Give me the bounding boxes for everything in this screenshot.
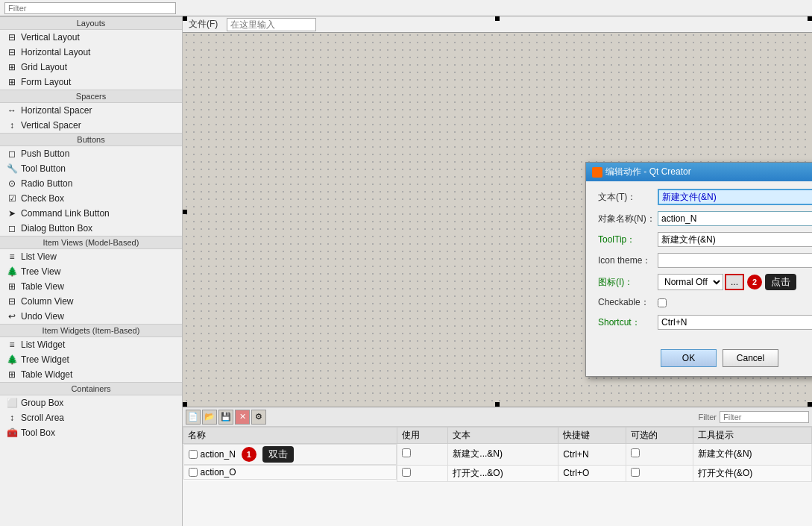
modal-body: 文本(T)： 对象名称(N)：: [586, 181, 812, 343]
sidebar-item-table-view[interactable]: ⊞ Table View: [0, 279, 182, 294]
bottom-table-container: 名称 使用 文本 快捷键 可选的 工具提示: [183, 427, 812, 526]
handle-br: [808, 402, 812, 407]
modal-titlebar: 编辑动作 - Qt Creator ✕: [586, 163, 812, 181]
sidebar-item-tree-view[interactable]: 🌲 Tree View: [0, 264, 182, 279]
row1-checkbox[interactable]: [189, 468, 198, 477]
annotation-label-1: 双击: [262, 446, 294, 463]
horizontal-spacer-icon: ↔: [6, 104, 18, 116]
cell-checkable-0: [626, 444, 693, 466]
table-widget-icon: ⊞: [6, 369, 18, 381]
handle-tr: [808, 16, 812, 21]
row1-checkable-checkbox[interactable]: [631, 468, 640, 477]
sidebar-item-form-layout[interactable]: ⊞ Form Layout: [0, 75, 182, 90]
form-layout-icon: ⊞: [6, 76, 18, 88]
filter-input[interactable]: [4, 2, 176, 14]
sidebar-item-push-button[interactable]: ◻ Push Button: [0, 146, 182, 161]
save-button[interactable]: 💾: [218, 410, 233, 425]
main-area: Layouts ⊟ Vertical Layout ⊟ Horizontal L…: [0, 16, 812, 526]
row0-checkbox[interactable]: [189, 450, 198, 459]
sidebar-item-vertical-spacer[interactable]: ↕ Vertical Spacer: [0, 118, 182, 133]
tool-box-icon: 🧰: [6, 427, 18, 439]
col-checkable: 可选的: [626, 428, 693, 444]
cell-text-1: 打开文...&O): [448, 465, 558, 481]
table-row[interactable]: action_O 打开文...&O) Ctrl+O 打开文件(&O): [183, 465, 812, 481]
icon-theme-row: Icon theme： ▶: [598, 253, 812, 268]
sidebar-item-vertical-layout[interactable]: ⊟ Vertical Layout: [0, 30, 182, 45]
row0-checkable-checkbox[interactable]: [631, 448, 640, 457]
section-buttons: Buttons: [0, 133, 182, 146]
sidebar-item-horizontal-spacer[interactable]: ↔ Horizontal Spacer: [0, 103, 182, 118]
icon-label: 图标(I)：: [598, 276, 658, 289]
sidebar-item-tool-button[interactable]: 🔧 Tool Button: [0, 161, 182, 176]
table-row[interactable]: action_N 1 双击 新建文...&N) Ctrl+N 新建文件(&N): [183, 444, 812, 466]
tooltip-input[interactable]: [658, 232, 812, 247]
icon-theme-label: Icon theme：: [598, 254, 658, 267]
qt-icon: [592, 167, 602, 178]
cell-use-0: [397, 444, 448, 466]
sidebar-item-list-widget[interactable]: ≡ List Widget: [0, 337, 182, 352]
open-button[interactable]: 📂: [202, 410, 217, 425]
sidebar-item-dialog-button-box[interactable]: ◻ Dialog Button Box: [0, 221, 182, 236]
handle-tl: [183, 16, 187, 21]
annotation-label-2: 点击: [765, 274, 796, 290]
delete-button[interactable]: ✕: [235, 410, 250, 425]
section-containers: Containers: [0, 382, 182, 395]
undo-view-icon: ↩: [6, 310, 18, 322]
sidebar-item-tree-widget[interactable]: 🌲 Tree Widget: [0, 352, 182, 367]
actions-table: 名称 使用 文本 快捷键 可选的 工具提示: [183, 427, 812, 482]
name-input[interactable]: [658, 211, 812, 226]
checkable-label: Checkable：: [598, 296, 658, 309]
ok-button[interactable]: OK: [661, 349, 717, 367]
dialog-button-icon: ◻: [6, 222, 18, 234]
sidebar-item-tool-box[interactable]: 🧰 Tool Box: [0, 425, 182, 440]
row1-use-checkbox[interactable]: [402, 468, 411, 477]
bottom-panel: 📄 📂 💾 ✕ ⚙ Filter 名称: [183, 407, 812, 526]
cell-checkable-1: [626, 465, 693, 481]
design-canvas: 文件(F) 编辑动作: [183, 16, 812, 407]
list-view-icon: ≡: [6, 251, 18, 263]
icon-ellipsis-button[interactable]: ...: [725, 274, 744, 290]
menu-file[interactable]: 文件(F): [183, 16, 224, 32]
cell-tooltip-1: 打开文件(&O): [693, 465, 811, 481]
cancel-button[interactable]: Cancel: [723, 349, 778, 367]
group-box-icon: ⬜: [6, 397, 18, 409]
sidebar-item-radio-button[interactable]: ⊙ Radio Button: [0, 176, 182, 191]
col-name: 名称: [183, 428, 397, 444]
vertical-layout-icon: ⊟: [6, 31, 18, 43]
cell-name-1: action_O: [183, 465, 397, 480]
text-label: 文本(T)：: [598, 191, 658, 204]
icon-theme-input[interactable]: [658, 253, 812, 268]
row0-use-checkbox[interactable]: [402, 448, 411, 457]
section-layouts: Layouts: [0, 16, 182, 30]
sidebar-item-table-widget[interactable]: ⊞ Table Widget: [0, 367, 182, 382]
tree-widget-icon: 🌲: [6, 354, 18, 366]
bottom-filter-input[interactable]: [720, 411, 809, 423]
sidebar-item-undo-view[interactable]: ↩ Undo View: [0, 309, 182, 324]
sidebar-item-check-box[interactable]: ☑ Check Box: [0, 191, 182, 206]
sidebar-item-scroll-area[interactable]: ↕ Scroll Area: [0, 410, 182, 425]
text-input[interactable]: [658, 189, 812, 205]
shortcut-input[interactable]: [658, 315, 812, 330]
icon-dropdown[interactable]: Normal Off: [658, 274, 723, 290]
sidebar-item-command-link-button[interactable]: ➤ Command Link Button: [0, 206, 182, 221]
menu-input[interactable]: [227, 18, 316, 31]
checkable-checkbox[interactable]: [658, 298, 667, 307]
new-action-button[interactable]: 📄: [186, 410, 201, 425]
settings-button[interactable]: ⚙: [251, 410, 266, 425]
name-field-row: 对象名称(N)：: [598, 211, 812, 226]
col-tooltip: 工具提示: [693, 428, 811, 444]
cell-name-0: action_N 1 双击: [183, 444, 397, 465]
sidebar-item-group-box[interactable]: ⬜ Group Box: [0, 395, 182, 410]
checkable-row: Checkable：: [598, 296, 812, 309]
section-item-views: Item Views (Model-Based): [0, 236, 182, 249]
tree-view-icon: 🌲: [6, 266, 18, 278]
app-container: Layouts ⊟ Vertical Layout ⊟ Horizontal L…: [0, 0, 812, 526]
cell-shortcut-1: Ctrl+O: [558, 465, 626, 481]
sidebar-item-grid-layout[interactable]: ⊞ Grid Layout: [0, 60, 182, 75]
grid-layout-icon: ⊞: [6, 61, 18, 73]
scroll-area-icon: ↕: [6, 412, 18, 424]
sidebar-item-column-view[interactable]: ⊟ Column View: [0, 294, 182, 309]
sidebar-item-horizontal-layout[interactable]: ⊟ Horizontal Layout: [0, 45, 182, 60]
table-header-row: 名称 使用 文本 快捷键 可选的 工具提示: [183, 428, 812, 444]
sidebar-item-list-view[interactable]: ≡ List View: [0, 249, 182, 264]
